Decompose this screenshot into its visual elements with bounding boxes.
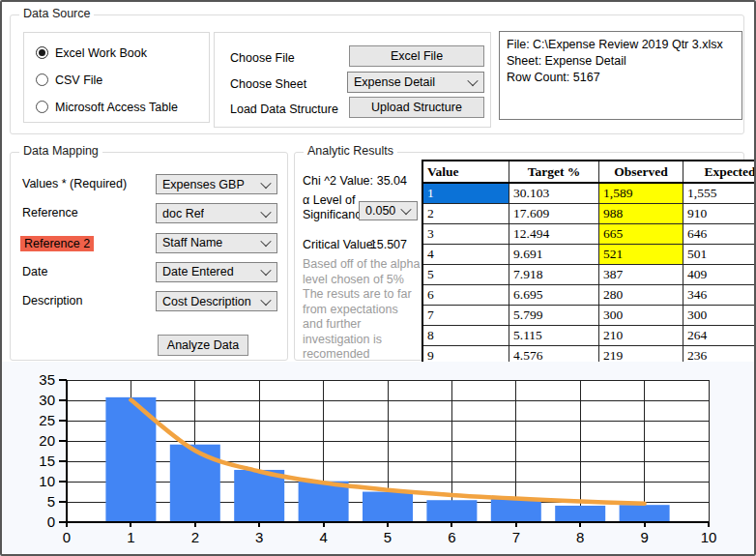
table-cell[interactable]: 409 [683, 265, 756, 285]
chart-bar [363, 492, 413, 522]
file-info-path: File: C:\Expense Review 2019 Qtr 3.xlsx [507, 37, 735, 53]
x-tick-label: 4 [319, 529, 327, 545]
analysis-note: Based off of the alpha level chosen of 5… [303, 257, 421, 363]
table-cell[interactable]: 7 [422, 306, 509, 326]
excel-file-button[interactable]: Excel File [349, 45, 484, 67]
table-cell[interactable]: 9.691 [509, 245, 599, 265]
y-tick-label: 20 [39, 432, 55, 449]
table-row: 217.609988910 [422, 204, 756, 224]
table-cell[interactable]: 7.918 [509, 265, 599, 285]
analyze-data-button[interactable]: Analyze Data [158, 335, 248, 356]
x-tick-label: 0 [63, 529, 71, 545]
table-row: 57.918387409 [422, 265, 756, 285]
file-info-rowcount: Row Count: 5167 [507, 70, 735, 86]
table-cell[interactable]: 5 [422, 265, 509, 285]
radio-label: Microsoft Access Table [55, 101, 178, 114]
sheet-select[interactable]: Expense Detail [347, 72, 484, 93]
table-cell[interactable]: 346 [683, 285, 756, 306]
file-info-box: File: C:\Expense Review 2019 Qtr 3.xlsx … [499, 31, 742, 120]
table-cell[interactable]: 12.494 [509, 224, 599, 245]
choose-sheet-label: Choose Sheet [230, 77, 306, 91]
mapping-select-values-required[interactable]: Expenses GBP [156, 174, 277, 194]
upload-structure-button[interactable]: Upload Structure [349, 97, 484, 118]
table-cell[interactable]: 210 [599, 326, 683, 346]
critical-value: 15.507 [353, 238, 407, 251]
table-cell[interactable]: 5.799 [509, 306, 599, 326]
table-cell[interactable]: 300 [599, 306, 683, 326]
table-cell[interactable]: 17.609 [509, 204, 599, 224]
table-row: 75.799300300 [422, 306, 756, 326]
table-cell[interactable]: 300 [683, 306, 756, 326]
mapping-select-value: Staff Name [162, 236, 222, 249]
table-cell[interactable]: 387 [599, 265, 683, 285]
table-cell[interactable]: 280 [599, 285, 683, 306]
chevron-down-icon [467, 75, 478, 86]
sheet-select-value: Expense Detail [354, 75, 435, 89]
mapping-select-value: doc Ref [162, 207, 204, 220]
table-cell[interactable]: 1 [422, 183, 509, 204]
chevron-down-icon [260, 265, 271, 276]
benford-chart: 05101520253035012345678910 [2, 362, 754, 554]
table-cell[interactable]: 1,589 [599, 183, 683, 204]
table-cell[interactable]: 4 [422, 245, 509, 265]
table-cell[interactable]: 264 [683, 326, 756, 346]
chart-bar [620, 505, 670, 522]
table-header-value[interactable]: Value [422, 161, 509, 183]
radio-excel-work-book[interactable]: Excel Work Book [36, 45, 147, 60]
table-cell[interactable]: 988 [599, 204, 683, 224]
table-row: 85.115210264 [422, 326, 756, 346]
x-tick-label: 8 [576, 529, 584, 545]
data-mapping-group-title: Data Mapping [19, 144, 102, 158]
table-cell[interactable]: 2 [422, 204, 509, 224]
chevron-down-icon [260, 295, 271, 306]
table-cell[interactable]: 646 [683, 224, 756, 245]
mapping-select-reference-2[interactable]: Staff Name [156, 233, 277, 253]
table-header-observed[interactable]: Observed [599, 161, 683, 183]
chevron-down-icon [260, 177, 271, 188]
y-tick-label: 15 [39, 453, 55, 469]
mapping-select-value: Cost Description [162, 295, 251, 308]
chart-bar [426, 500, 477, 522]
table-header-expected[interactable]: Expected [683, 161, 756, 183]
table-header-target[interactable]: Target % [509, 161, 599, 183]
table-cell[interactable]: 665 [599, 224, 683, 245]
table-cell[interactable]: 501 [683, 245, 756, 265]
radio-button-icon [36, 73, 48, 86]
x-tick-label: 9 [640, 529, 648, 545]
app-window: Data Source Excel Work BookCSV FileMicro… [0, 0, 756, 556]
mapping-select-reference[interactable]: doc Ref [156, 203, 277, 223]
x-tick-label: 3 [255, 529, 263, 545]
mapping-select-value: Expenses GBP [162, 178, 245, 191]
table-cell[interactable]: 30.103 [509, 183, 599, 204]
table-row: 312.494665646 [422, 224, 756, 245]
file-info-sheet: Sheet: Expense Detail [507, 53, 735, 70]
mapping-select-description[interactable]: Cost Description [156, 291, 277, 311]
table-cell[interactable]: 6.695 [509, 285, 599, 306]
table-cell[interactable]: 521 [599, 245, 683, 265]
alpha-significance-select[interactable]: 0.050 [359, 201, 418, 220]
table-cell[interactable]: 1,555 [683, 183, 756, 204]
y-tick-label: 25 [39, 412, 55, 428]
x-tick-label: 6 [448, 529, 455, 545]
table-cell[interactable]: 6 [422, 285, 509, 306]
data-source-type-panel: Excel Work BookCSV FileMicrosoft Access … [23, 32, 210, 123]
table-cell[interactable]: 8 [422, 326, 509, 346]
radio-microsoft-access-table[interactable]: Microsoft Access Table [36, 100, 178, 114]
table-cell[interactable]: 910 [683, 204, 756, 224]
x-tick-label: 2 [191, 529, 199, 545]
chi-square-value: 35.04 [353, 174, 407, 188]
y-tick-label: 0 [47, 513, 55, 530]
analytic-results-group: Analytic Results Chi ^2 Value: 35.04 α L… [294, 152, 744, 361]
radio-csv-file[interactable]: CSV File [36, 73, 102, 87]
y-tick-label: 10 [39, 473, 55, 489]
table-cell[interactable]: 5.115 [509, 326, 599, 346]
y-tick-label: 35 [39, 371, 55, 388]
table-row: 130.1031,5891,555 [422, 183, 756, 204]
table-cell[interactable]: 3 [422, 224, 509, 245]
chevron-down-icon [260, 236, 271, 247]
mapping-label-reference-2: Reference 2 [20, 236, 94, 251]
chart-bar [491, 499, 541, 522]
data-source-group-title: Data Source [19, 7, 94, 20]
table-row: 66.695280346 [422, 285, 756, 306]
mapping-select-date[interactable]: Date Entered [156, 262, 277, 282]
